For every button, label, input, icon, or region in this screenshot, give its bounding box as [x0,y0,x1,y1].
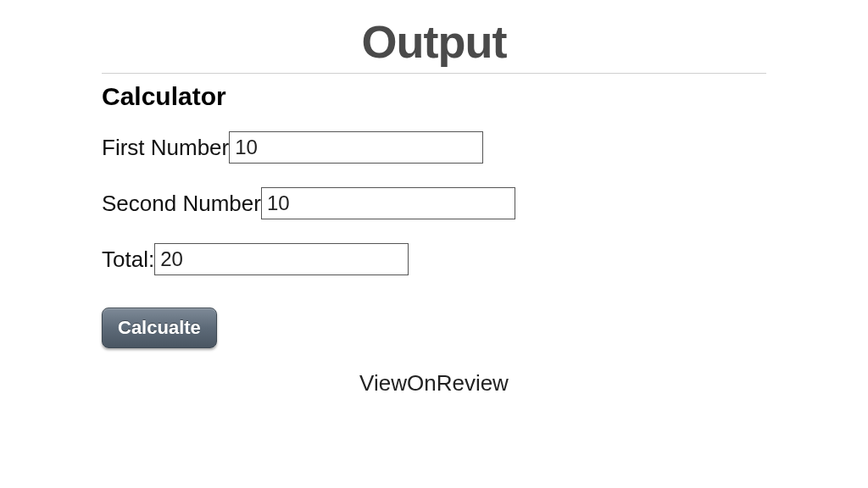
total-label: Total: [102,247,154,273]
second-number-input[interactable] [261,187,515,219]
page-title: Output [102,15,766,68]
first-number-input[interactable] [229,131,483,164]
section-heading: Calculator [102,82,766,111]
calculate-button[interactable]: Calcualte [102,308,217,348]
second-number-label: Second Number [102,191,261,217]
footer-text: ViewOnReview [102,370,766,396]
second-number-row: Second Number [102,187,766,219]
total-row: Total: [102,243,766,275]
page-container: Output Calculator First Number Second Nu… [0,0,868,396]
total-input[interactable] [154,243,409,275]
first-number-label: First Number [102,135,229,161]
first-number-row: First Number [102,131,766,164]
divider [102,73,766,74]
